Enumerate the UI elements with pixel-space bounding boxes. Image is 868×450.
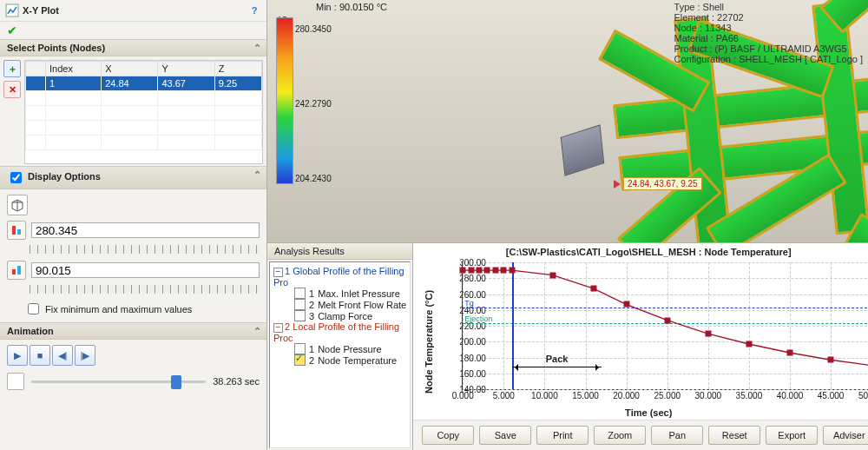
max-value-slider[interactable] [30,245,260,254]
stop-button[interactable]: ■ [30,345,50,366]
time-label: 38.263 sec [213,376,260,387]
min-value-input[interactable] [31,262,260,278]
data-point [664,317,670,323]
data-point [460,268,466,274]
tree-item-melt-front-flow-rate[interactable]: 2 Melt Front Flow Rate [273,299,406,310]
data-point [746,341,752,347]
probe-arrow-icon [614,180,621,189]
fix-min-max-checkbox[interactable]: Fix minimum and maximum values [7,301,260,317]
select-points-header[interactable]: Select Points (Nodes)⌃ [0,39,266,56]
table-row[interactable] [26,91,262,106]
animation-header[interactable]: Animation⌃ [0,322,266,340]
chart-ylabel: Node Temperature (°C) [424,290,434,394]
reset-button[interactable]: Reset [708,426,760,445]
chart-xlabel: Time (sec) [625,407,672,418]
display-options-header[interactable]: Display Options⌃ [0,166,266,189]
data-point [492,268,498,274]
data-point [549,272,556,278]
tree-item-clamp-force[interactable]: 3 Clamp Force [273,310,406,321]
color-legend [276,17,293,184]
adviser-button[interactable]: Adviser [823,426,868,445]
tree-group-local[interactable]: −2 Local Profile of the Filling Proc [273,321,406,343]
xy-plot-panel: X-Y Plot ? ✔ Select Points (Nodes)⌃ ＋ ✕ … [0,0,267,450]
chevron-up-icon: ⌃ [253,169,261,181]
svg-rect-6 [12,269,16,275]
svg-rect-5 [17,229,21,235]
play-button[interactable]: ▶ [7,345,28,366]
min-temp-label: Min : 90.0150 °C [316,2,387,12]
legend-mid: 242.2790 [295,99,332,109]
time-slider-icon [7,373,24,390]
table-row[interactable]: 1 24.84 43.67 9.25 [26,76,262,91]
svg-rect-7 [17,266,21,275]
panel-title: X-Y Plot [23,5,59,16]
isometric-view-button[interactable] [7,195,28,215]
data-point [828,357,834,363]
confirm-icon[interactable]: ✔ [7,23,17,37]
add-point-button[interactable]: ＋ [3,60,21,77]
results-tree-panel: Analysis Results −1 Global Profile of th… [267,243,413,450]
probe-tooltip: 24.84, 43.67, 9.25 [623,177,702,190]
max-value-input[interactable] [31,222,260,238]
data-point [787,350,793,356]
table-row[interactable] [26,121,262,136]
chart[interactable]: [C:\SW-Plastics\CATI_Logo\SHELL_MESH : N… [413,243,868,420]
data-point [623,301,629,308]
remove-point-button[interactable]: ✕ [3,81,21,98]
model-viewport[interactable]: Min : 90.0150 °C °C 280.3450 242.2790 20… [267,0,868,242]
data-point [509,268,515,274]
legend-max: 280.3450 [295,24,332,34]
time-slider[interactable] [31,381,206,383]
plot-icon [5,3,19,17]
min-value-slider[interactable] [30,285,260,294]
tab-analysis-results[interactable]: Analysis Results [267,243,412,260]
step-back-button[interactable]: ◀| [52,345,73,366]
chart-title: [C:\SW-Plastics\CATI_Logo\SHELL_MESH : N… [420,247,868,257]
step-forward-button[interactable]: |▶ [75,345,95,366]
chart-toolbar: CopySavePrintZoomPanResetExportAdviser [413,420,868,450]
legend-low: 204.2430 [295,174,332,183]
print-button[interactable]: Print [536,426,589,445]
data-point [468,268,474,274]
data-point [501,268,507,274]
element-info: Type : Shell Element : 22702 Node : 1134… [674,2,863,64]
svg-rect-4 [12,226,16,235]
table-row[interactable] [26,136,262,150]
tree-item-max-inlet-pressure[interactable]: 1 Max. Inlet Pressure [273,288,406,299]
copy-button[interactable]: Copy [422,426,474,445]
chevron-up-icon: ⌃ [253,43,261,54]
table-row[interactable] [26,106,262,121]
display-options-checkbox[interactable] [10,172,22,183]
max-value-icon [7,221,26,240]
data-point [705,331,711,337]
data-point [484,268,490,274]
min-value-icon [7,261,26,280]
points-grid[interactable]: Index X Y Z 1 24.84 43.67 9.25 [24,60,263,164]
tree-group-global[interactable]: −1 Global Profile of the Filling Pro [273,266,406,288]
export-button[interactable]: Export [766,426,818,445]
chevron-up-icon: ⌃ [253,326,261,337]
pan-button[interactable]: Pan [651,426,703,445]
save-button[interactable]: Save [479,426,531,445]
data-point [477,268,483,274]
tree-item-node-pressure[interactable]: 1 Node Pressure [273,343,406,354]
tree-item-node-temperature[interactable]: 2 Node Temperature [273,354,406,366]
help-icon[interactable]: ? [247,3,261,17]
data-point [590,286,596,292]
zoom-button[interactable]: Zoom [594,426,646,445]
